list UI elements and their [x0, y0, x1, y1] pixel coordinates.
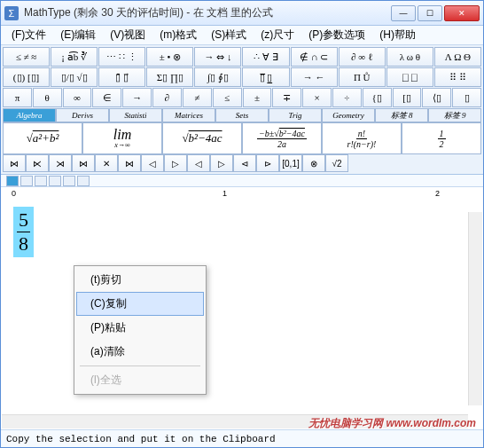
palette-embellish[interactable]: ¡ a͡b ∛ [51, 47, 98, 67]
status-text: Copy the selection and put it on the Cli… [6, 434, 276, 444]
tab-statistics[interactable]: Statisti [109, 108, 162, 122]
palette-spaces[interactable]: ⋯ ∷ ⋮ [98, 47, 145, 67]
tab-derivs[interactable]: Derivs [56, 108, 109, 122]
sym-times[interactable]: × [302, 88, 332, 107]
sym-bracket[interactable]: [▯ [393, 88, 422, 107]
ruler-btn-2[interactable] [20, 176, 33, 186]
sym-brace[interactable]: {▯ [363, 88, 392, 107]
palette-integrals[interactable]: ∫▯ ∮▯ [194, 67, 241, 87]
sym-theta[interactable]: θ [33, 88, 62, 107]
maximize-button[interactable]: ☐ [418, 5, 442, 21]
sym-angle[interactable]: ⟨▯ [422, 88, 451, 107]
palette-greek-upper[interactable]: Λ Ω Θ [434, 47, 481, 67]
palette-overbar[interactable]: ▯̅ ▯̲ [242, 67, 289, 87]
palette-relations[interactable]: ≤ ≠ ≈ [3, 47, 50, 67]
horizontal-ruler[interactable]: 0 1 2 [1, 187, 483, 201]
window-controls: — ☐ ✕ [391, 5, 480, 21]
palette-summation[interactable]: Σ▯ ∏▯ [146, 67, 193, 87]
sm-14[interactable]: ⊗ [302, 154, 325, 172]
window-title: MathType (剩余 30 天的评估时间) - 在 文档 里的公式 [24, 5, 391, 20]
menu-style[interactable]: (S)样式 [204, 26, 254, 44]
sym-mp[interactable]: ∓ [272, 88, 301, 107]
tab-matrices[interactable]: Matrices [162, 108, 215, 122]
palette-greek-lower[interactable]: λ ω θ [386, 47, 433, 67]
tab-geometry[interactable]: Geometry [322, 108, 375, 122]
palette-settheory[interactable]: ∉ ∩ ⊂ [291, 47, 338, 67]
menu-view[interactable]: (V)视图 [103, 26, 152, 44]
sym-slot[interactable]: ▯ [452, 88, 481, 107]
sm-3[interactable]: ⋊ [49, 154, 72, 172]
tab-9[interactable]: 标签 9 [428, 108, 481, 122]
sm-11[interactable]: ⊲ [233, 154, 256, 172]
sym-partial[interactable]: ∂ [152, 88, 182, 107]
ctx-cut[interactable]: (t)剪切 [76, 268, 204, 292]
sm-1[interactable]: ⋈ [3, 154, 26, 172]
ruler-btn-5[interactable] [63, 176, 75, 186]
tab-8[interactable]: 标签 8 [375, 108, 428, 122]
app-window: Σ MathType (剩余 30 天的评估时间) - 在 文档 里的公式 — … [0, 0, 484, 448]
sym-neq[interactable]: ≠ [183, 88, 212, 107]
palette-fractions[interactable]: ▯/▯ √▯ [51, 67, 98, 87]
ctx-clear[interactable]: (a)清除 [76, 340, 204, 364]
palette-boxes[interactable]: ⠿ ⠿ [434, 67, 481, 87]
menu-file[interactable]: (F)文件 [4, 26, 53, 44]
tab-trig[interactable]: Trig [269, 108, 322, 122]
formula-discriminant[interactable]: √b²−4ac [162, 122, 242, 154]
formula-pythag[interactable]: √a²+b² [3, 122, 82, 154]
ctx-copy[interactable]: (C)复制 [76, 292, 204, 316]
palette-misc[interactable]: ∂ ∞ ℓ [339, 47, 386, 67]
minimize-button[interactable]: — [391, 5, 416, 21]
palette-matrices[interactable]: ⎕ ⎕ [386, 67, 433, 87]
sm-13[interactable]: [0,1] [279, 154, 302, 172]
menu-format[interactable]: (m)格式 [152, 26, 204, 44]
sm-4[interactable]: ⋈ [72, 154, 95, 172]
ruler-btn-4[interactable] [49, 176, 61, 186]
menu-help[interactable]: (H)帮助 [372, 26, 423, 44]
sym-pi[interactable]: π [3, 88, 32, 107]
menu-edit[interactable]: (E)编辑 [53, 26, 103, 44]
fraction-denominator[interactable]: 8 [17, 232, 30, 255]
palette-labeled-arrows[interactable]: → ← [291, 67, 338, 87]
tab-algebra[interactable]: Algebra [3, 108, 56, 122]
tab-sets[interactable]: Sets [215, 108, 269, 122]
palette-operators[interactable]: ± • ⊗ [146, 47, 193, 67]
sym-leq[interactable]: ≤ [213, 88, 242, 107]
app-icon: Σ [4, 6, 19, 20]
sym-arrow[interactable]: → [122, 88, 152, 107]
palette-products[interactable]: Π Ů [339, 67, 386, 87]
fraction-numerator[interactable]: 5 [17, 208, 30, 232]
vertical-scrollbar[interactable] [468, 212, 482, 405]
palette-fences[interactable]: (▯) [▯] [3, 67, 50, 87]
sm-10[interactable]: ▷ [210, 154, 233, 172]
formula-binomial[interactable]: n!r!(n−r)! [322, 122, 402, 154]
sm-9[interactable]: ◁ [187, 154, 210, 172]
palette-arrows[interactable]: → ⇔ ↓ [194, 47, 241, 67]
menu-size[interactable]: (z)尺寸 [254, 26, 301, 44]
menu-preferences[interactable]: (P)参数选项 [301, 26, 372, 44]
sm-12[interactable]: ⊳ [256, 154, 279, 172]
ruler-btn-3[interactable] [35, 176, 47, 186]
sm-6[interactable]: ⋈ [118, 154, 141, 172]
ruler-btn-6[interactable] [77, 176, 90, 186]
sm-8[interactable]: ▷ [164, 154, 187, 172]
sm-7[interactable]: ◁ [141, 154, 164, 172]
formula-limit[interactable]: limx→∞ [82, 122, 162, 154]
sym-inf[interactable]: ∞ [63, 88, 92, 107]
ctx-separator [80, 365, 200, 366]
formula-half[interactable]: 12 [402, 122, 481, 154]
ruler-btn-1[interactable] [6, 176, 19, 186]
close-button[interactable]: ✕ [444, 5, 480, 21]
palette-subsup[interactable]: ▯̄ ▯⃗ [98, 67, 145, 87]
sm-15[interactable]: √2 [325, 154, 348, 172]
sym-pm[interactable]: ± [243, 88, 272, 107]
palette-logic[interactable]: ∴ ∀ ∃ [242, 47, 289, 67]
ruler-area: 0 1 2 [1, 175, 483, 201]
ctx-paste[interactable]: (P)粘贴 [76, 316, 204, 340]
sym-div[interactable]: ÷ [332, 88, 362, 107]
sym-in[interactable]: ∈ [92, 88, 121, 107]
selected-fraction[interactable]: 5 8 [13, 207, 34, 257]
sm-5[interactable]: ✕ [95, 154, 118, 172]
formula-quadratic[interactable]: −b±√b²−4ac2a [242, 122, 322, 154]
template-palette-row2: (▯) [▯] ▯/▯ √▯ ▯̄ ▯⃗ Σ▯ ∏▯ ∫▯ ∮▯ ▯̅ ▯̲ →… [3, 67, 481, 87]
sm-2[interactable]: ⋉ [26, 154, 49, 172]
